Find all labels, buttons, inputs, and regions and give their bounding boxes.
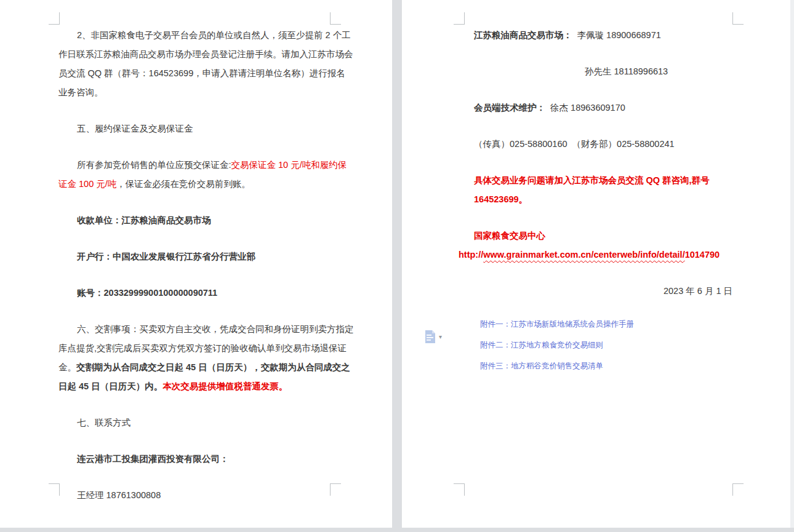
chevron-down-icon[interactable]: ▾ <box>439 334 442 340</box>
text-run: 国家粮食交易中心 <box>474 231 545 240</box>
text-run: （传真）025-58800160 （财务部）025-58800241 <box>474 139 675 149</box>
grainmarket-url[interactable]: www.grainmarket.com.cn/centerweb/info/de… <box>483 250 684 260</box>
para-market-contact: 江苏粮油商品交易市场： 李佩璇 18900668971 <box>474 26 734 45</box>
right-edge-strip <box>790 0 794 528</box>
text-run: 2、非国家粮食电子交易平台会员的单位或自然人，须至少提前 2 个工作日联系江苏粮… <box>58 30 353 97</box>
grainmarket-url[interactable]: http:// <box>459 250 483 260</box>
attachment-label: 附件三： <box>480 362 511 370</box>
para-date: 2023 年 6 月 1 日 <box>474 282 734 301</box>
para-qq-notice: 具体交易业务问题请加入江苏市场会员交流 QQ 群咨询,群号164523699。 <box>474 171 734 209</box>
attachment-link[interactable]: 江苏地方粮食竞价交易细则 <box>511 341 603 349</box>
text-run: 本次交易提供增值税普通发票。 <box>162 381 287 391</box>
para-company: 连云港市工投集团灌西投资有限公司： <box>58 450 354 469</box>
text-run: 收款单位：江苏粮油商品交易市场 <box>77 215 211 225</box>
heading-deposit: 五、履约保证金及交易保证金 <box>58 119 354 138</box>
para-fax: （传真）025-58800160 （财务部）025-58800241 <box>474 135 734 154</box>
attachment-widget[interactable]: ▾ <box>424 330 442 343</box>
document-icon[interactable] <box>424 330 436 343</box>
para-account: 账号：20332999900100000090711 <box>58 284 354 303</box>
heading-contact: 七、联系方式 <box>58 413 354 432</box>
attachment-row: 附件二：江苏地方粮食竞价交易细则 <box>480 339 734 351</box>
page2-content: 江苏粮油商品交易市场： 李佩璇 18900668971孙先生 181189966… <box>402 0 790 372</box>
attachments-list: 附件一：江苏市场新版地储系统会员操作手册附件二：江苏地方粮食竞价交易细则附件三：… <box>480 318 734 372</box>
text-run: 徐杰 18963609170 <box>545 103 625 113</box>
attachment-label: 附件一： <box>480 320 511 328</box>
text-run: 所有参加竞价销售的单位应预交保证金: <box>77 160 231 170</box>
para-contact-sun: 孙先生 18118996613 <box>474 62 734 81</box>
text-run: 2023 年 6 月 1 日 <box>664 286 732 296</box>
para-url: http://www.grainmarket.com.cn/centerweb/… <box>459 245 734 264</box>
text-run: 孙先生 18118996613 <box>585 66 668 76</box>
attachment-link[interactable]: 江苏市场新版地储系统会员操作手册 <box>511 320 634 328</box>
para-manager: 王经理 18761300808 <box>58 486 354 505</box>
document-page-2[interactable]: 江苏粮油商品交易市场： 李佩璇 18900668971孙先生 181189966… <box>402 0 790 528</box>
text-run: 会员端技术维护： <box>474 103 545 113</box>
para-payee: 收款单位：江苏粮油商品交易市场 <box>58 211 354 230</box>
text-run: 江苏粮油商品交易市场： <box>474 30 572 40</box>
page2-paragraphs: 江苏粮油商品交易市场： 李佩璇 18900668971孙先生 181189966… <box>474 26 734 301</box>
attachment-link[interactable]: 地方稻谷竞价销售交易清单 <box>511 362 603 370</box>
para-tech-support: 会员端技术维护： 徐杰 18963609170 <box>474 98 734 117</box>
text-run: 七、联系方式 <box>77 418 130 427</box>
text-run: 王经理 18761300808 <box>77 490 161 500</box>
para-bank: 开户行：中国农业发展银行江苏省分行营业部 <box>58 247 354 266</box>
document-page-1[interactable]: 2、非国家粮食电子交易平台会员的单位或自然人，须至少提前 2 个工作日联系江苏粮… <box>0 0 392 528</box>
page1-content: 2、非国家粮食电子交易平台会员的单位或自然人，须至少提前 2 个工作日联系江苏粮… <box>0 0 392 505</box>
text-run: 五、履约保证金及交易保证金 <box>77 124 193 133</box>
attachment-row: 附件一：江苏市场新版地储系统会员操作手册 <box>480 318 734 330</box>
para-delivery: 六、交割事项：买卖双方自主交收，凭成交合同和身份证明到卖方指定库点提货,交割完成… <box>58 320 354 396</box>
attachment-row: 附件三：地方稻谷竞价销售交易清单 <box>480 360 734 372</box>
para-deposit: 所有参加竞价销售的单位应预交保证金:交易保证金 10 元/吨和履约保证金 100… <box>58 156 354 194</box>
text-run: 具体交易业务问题请加入江苏市场会员交流 QQ 群咨询,群号164523699。 <box>474 175 710 204</box>
crop-mark-bottom-left <box>454 483 465 496</box>
word-document-view: 2、非国家粮食电子交易平台会员的单位或自然人，须至少提前 2 个工作日联系江苏粮… <box>0 0 794 532</box>
text-run: 开户行：中国农业发展银行江苏省分行营业部 <box>77 252 255 261</box>
grainmarket-url[interactable]: 1014790 <box>685 250 720 260</box>
para-registration: 2、非国家粮食电子交易平台会员的单位或自然人，须至少提前 2 个工作日联系江苏粮… <box>58 26 354 102</box>
text-run: 连云港市工投集团灌西投资有限公司： <box>77 454 229 464</box>
text-run: 账号：20332999900100000090711 <box>77 288 217 298</box>
text-run: ，保证金必须在竞价交易前到账。 <box>116 179 251 189</box>
para-national-center: 国家粮食交易中心 <box>474 226 734 245</box>
crop-mark-bottom-right <box>732 483 744 496</box>
attachment-label: 附件二： <box>480 341 511 349</box>
text-run: 李佩璇 18900668971 <box>572 30 661 40</box>
